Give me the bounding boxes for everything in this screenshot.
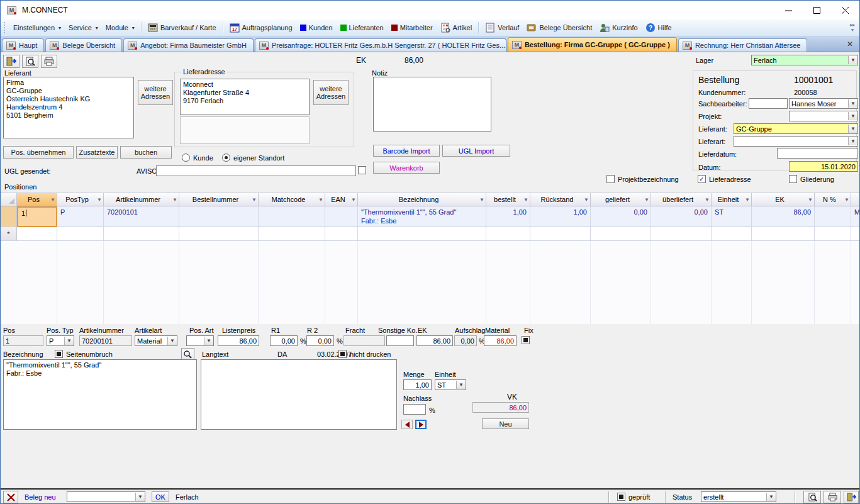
sachbearbeiter-input[interactable] bbox=[749, 98, 788, 109]
new-row-cell[interactable] bbox=[259, 227, 325, 241]
lieferart-select[interactable]: ▼ bbox=[734, 136, 858, 147]
column-header-artikelnummer[interactable]: Artikelnummer▼ bbox=[104, 193, 179, 206]
cell-artikelart[interactable]: Ma bbox=[851, 206, 860, 227]
filter-arrow-icon[interactable]: ▼ bbox=[844, 197, 849, 203]
cell-rueckstand[interactable]: 1,00 bbox=[530, 206, 591, 227]
gliederung-checkbox[interactable] bbox=[789, 175, 797, 183]
tab-rechnung[interactable]: MRechnung: Herr Christian Attersee bbox=[678, 38, 808, 52]
ugl-import-button[interactable]: UGL Import bbox=[442, 145, 510, 157]
new-row-cell[interactable] bbox=[651, 227, 712, 241]
dropdown-arrow-icon[interactable]: ▼ bbox=[848, 125, 857, 133]
new-row-cell[interactable] bbox=[851, 227, 860, 241]
toolbar-verlauf[interactable]: Verlauf bbox=[481, 21, 523, 35]
ok-button[interactable]: OK bbox=[152, 491, 169, 502]
toolbar-auftragsplanung[interactable]: 17 Auftragsplanung bbox=[226, 21, 296, 35]
cell-bezeichnung[interactable]: "Thermomixventil 1"", 55 Grad" Fabr.: Es… bbox=[358, 206, 486, 227]
new-row-cell[interactable] bbox=[530, 227, 591, 241]
toolbar-belege-uebersicht[interactable]: Belege Übersicht bbox=[523, 21, 596, 35]
lieferant-select[interactable]: GC-Gruppe▼ bbox=[734, 123, 858, 134]
new-row-cell[interactable] bbox=[591, 227, 651, 241]
new-row-cell[interactable] bbox=[57, 227, 104, 241]
tab-haupt[interactable]: MHaupt bbox=[2, 38, 44, 52]
zusatztexte-button[interactable]: Zusatztexte bbox=[76, 146, 118, 159]
datum-input[interactable]: 15.01.2020 bbox=[789, 161, 858, 172]
column-header-matchcode[interactable]: Matchcode▼ bbox=[259, 193, 325, 206]
column-header-ek[interactable]: EK▼ bbox=[752, 193, 815, 206]
tab-belege-uebersicht[interactable]: MBelege Übersicht bbox=[45, 38, 122, 52]
new-row-header[interactable]: * bbox=[1, 227, 17, 241]
weitere-adressen-lieferadresse-button[interactable]: weitere Adressen bbox=[313, 80, 349, 105]
postyp-select[interactable]: P▼ bbox=[47, 335, 74, 346]
menu-service[interactable]: Service bbox=[65, 22, 102, 33]
cell-ek[interactable]: 86,00 bbox=[752, 206, 815, 227]
nicht-drucken-checkbox[interactable] bbox=[338, 350, 347, 358]
tab-preisanfrage[interactable]: MPreisanfrage: HOLTER Fritz Ges.m.b.H Se… bbox=[255, 38, 506, 52]
filter-arrow-icon[interactable]: ▼ bbox=[50, 197, 55, 203]
filter-arrow-icon[interactable]: ▼ bbox=[584, 197, 589, 203]
filter-arrow-icon[interactable]: ▼ bbox=[172, 197, 177, 203]
lieferadresse-address-box[interactable]: Mconnect Klagenfurter Straße 4 9170 Ferl… bbox=[180, 79, 310, 115]
search-text-button[interactable] bbox=[181, 348, 194, 361]
sachbearbeiter-select[interactable]: Hannes Moser▼ bbox=[789, 98, 858, 109]
toolbar-mitarbeiter[interactable]: Mitarbeiter bbox=[388, 22, 437, 33]
filter-arrow-icon[interactable]: ▼ bbox=[523, 197, 528, 203]
new-row-cell[interactable] bbox=[486, 227, 530, 241]
radio-kunde[interactable] bbox=[182, 154, 190, 162]
tab-angebot[interactable]: MAngebot: Firma Baumeister GmbH bbox=[123, 38, 254, 52]
new-row-cell[interactable] bbox=[17, 227, 57, 241]
seitenumbruch-checkbox[interactable] bbox=[55, 350, 63, 358]
posart-select[interactable]: ▼ bbox=[186, 335, 214, 346]
new-row-cell[interactable] bbox=[752, 227, 815, 241]
dropdown-arrow-icon[interactable]: ▼ bbox=[135, 493, 145, 501]
tab-close-icon[interactable]: ✕ bbox=[842, 38, 858, 50]
r1-field[interactable]: 0,00 bbox=[270, 335, 298, 346]
minimize-button[interactable] bbox=[774, 1, 803, 20]
grid-select-all[interactable] bbox=[1, 193, 17, 206]
bezeichnung-textarea[interactable]: "Thermomixventil 1"", 55 Grad" Fabr.: Es… bbox=[3, 359, 197, 430]
material-field[interactable]: 86,00 bbox=[484, 335, 517, 346]
column-header-pos[interactable]: Pos▼ bbox=[17, 193, 57, 206]
dropdown-arrow-icon[interactable]: ▼ bbox=[848, 112, 857, 120]
column-header-bezeichnung[interactable]: Bezeichnung▼ bbox=[358, 193, 486, 206]
warenkorb-button[interactable]: Warenkorb bbox=[373, 162, 440, 174]
print-preview-button[interactable] bbox=[22, 55, 38, 68]
sonstige-field[interactable] bbox=[386, 335, 414, 346]
filter-arrow-icon[interactable]: ▼ bbox=[705, 197, 710, 203]
r2-field[interactable]: 0,00 bbox=[306, 335, 334, 346]
toolbar-kurzinfo[interactable]: Kurzinfo bbox=[596, 21, 641, 35]
lager-select[interactable]: Ferlach ▼ bbox=[751, 55, 858, 65]
cell-matchcode[interactable] bbox=[259, 206, 325, 227]
notiz-box[interactable] bbox=[373, 77, 491, 132]
row-header[interactable] bbox=[1, 206, 17, 227]
toolbar-artikel[interactable]: Artikel bbox=[437, 21, 476, 35]
column-header-postyp[interactable]: PosTyp▼ bbox=[57, 193, 104, 206]
new-row-cell[interactable] bbox=[179, 227, 259, 241]
column-header-bestellt[interactable]: bestellt▼ bbox=[486, 193, 530, 206]
menu-einstellungen[interactable]: Einstellungen bbox=[9, 22, 65, 33]
dropdown-arrow-icon[interactable]: ▼ bbox=[848, 137, 857, 145]
filter-arrow-icon[interactable]: ▼ bbox=[745, 197, 750, 203]
projektbezeichnung-checkbox[interactable] bbox=[606, 175, 615, 183]
artikelart-select[interactable]: Material▼ bbox=[135, 335, 177, 346]
buchen-button[interactable]: buchen bbox=[120, 146, 172, 159]
pos-uebernehmen-button[interactable]: Pos. übernehmen bbox=[3, 146, 74, 159]
cell-ean[interactable] bbox=[325, 206, 358, 227]
cell-bestellnummer[interactable] bbox=[179, 206, 259, 227]
filter-arrow-icon[interactable]: ▼ bbox=[808, 197, 813, 203]
filter-arrow-icon[interactable]: ▼ bbox=[252, 197, 257, 203]
aufschlag-field[interactable]: 0,00 bbox=[454, 335, 477, 346]
einheit-select[interactable]: ST▼ bbox=[435, 379, 466, 390]
new-row-cell[interactable] bbox=[815, 227, 851, 241]
barcode-import-button[interactable]: Barcode Import bbox=[373, 145, 440, 157]
dropdown-arrow-icon[interactable]: ▼ bbox=[204, 337, 213, 345]
lieferadresse-checkbox[interactable] bbox=[698, 175, 706, 183]
lieferdatum-input[interactable] bbox=[777, 148, 858, 159]
pos-detail-field[interactable]: 1 bbox=[3, 335, 43, 346]
cell-postyp[interactable]: P bbox=[57, 206, 104, 227]
filter-arrow-icon[interactable]: ▼ bbox=[479, 197, 484, 203]
column-header-einheit[interactable]: Einheit▼ bbox=[712, 193, 752, 206]
status-select[interactable]: erstellt▼ bbox=[701, 491, 776, 502]
column-header-rueckstand[interactable]: Rückstand▼ bbox=[530, 193, 591, 206]
tab-bestellung-active[interactable]: MBestellung: Firma GC-Gruppe ( GC-Gruppe… bbox=[508, 37, 677, 52]
aviso-input[interactable] bbox=[156, 165, 356, 176]
